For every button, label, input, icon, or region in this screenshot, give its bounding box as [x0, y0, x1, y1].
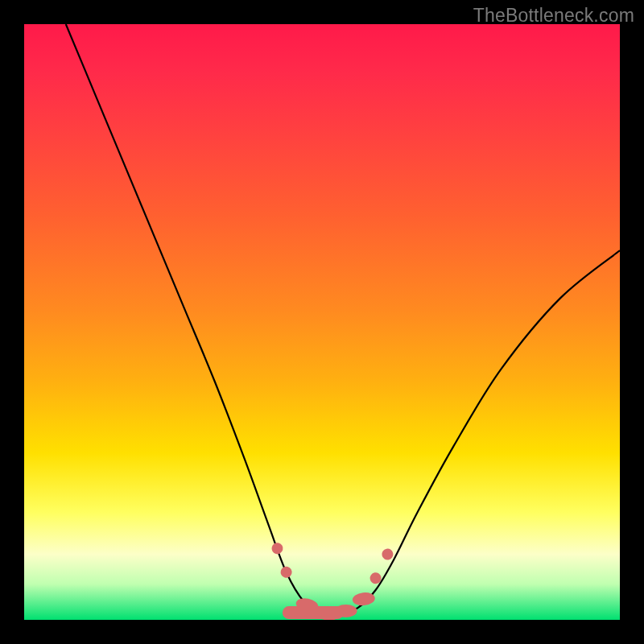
curve-group [66, 24, 620, 615]
bottleneck-curve-path [66, 24, 620, 615]
sweet-spot-marker [368, 570, 383, 585]
chart-svg [24, 24, 620, 620]
chart-frame: TheBottleneck.com [0, 0, 644, 644]
sweet-spot-marker [270, 541, 285, 556]
marker-group [270, 541, 395, 620]
sweet-spot-capsule [283, 606, 344, 619]
watermark-text: TheBottleneck.com [473, 5, 634, 27]
sweet-spot-marker [279, 564, 294, 580]
plot-area [24, 24, 620, 620]
